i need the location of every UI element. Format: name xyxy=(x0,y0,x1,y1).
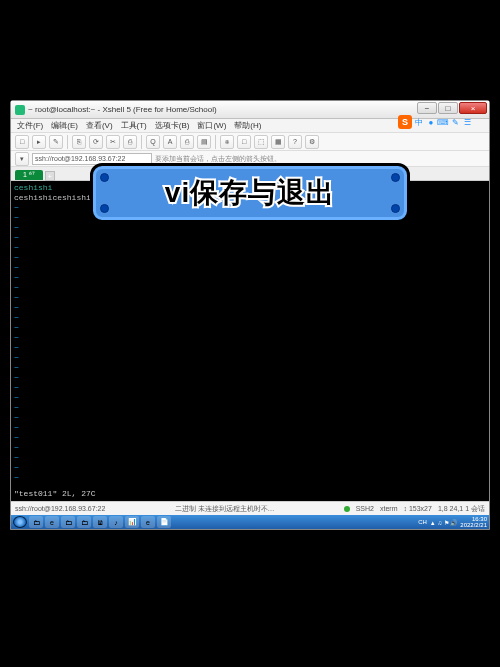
menu-tools[interactable]: 工具(T) xyxy=(121,120,147,131)
ime-punct-icon[interactable]: ● xyxy=(426,117,436,127)
title-overlay-banner: vi保存与退出 xyxy=(90,163,410,223)
taskbar-app-icon[interactable]: 🗀 xyxy=(77,516,91,528)
menu-edit[interactable]: 编辑(E) xyxy=(51,120,78,131)
vi-empty-line: ~ xyxy=(14,233,486,243)
status-size: ↕ 153x27 xyxy=(403,505,431,512)
menu-view[interactable]: 查看(V) xyxy=(86,120,113,131)
vi-empty-line: ~ xyxy=(14,263,486,273)
status-hint: 二进制 未连接到远程主机时不… xyxy=(175,504,275,514)
vi-empty-line: ~ xyxy=(14,473,486,483)
screw-icon xyxy=(391,204,400,213)
close-button[interactable]: × xyxy=(459,102,487,114)
status-protocol: SSH2 xyxy=(356,505,374,512)
toolbar-button[interactable]: ⟳ xyxy=(89,135,103,149)
vi-empty-line: ~ xyxy=(14,373,486,383)
vi-empty-line: ~ xyxy=(14,353,486,363)
screw-icon xyxy=(100,204,109,213)
vi-empty-line: ~ xyxy=(14,273,486,283)
vi-empty-line: ~ xyxy=(14,393,486,403)
toolbar-button[interactable]: ? xyxy=(288,135,302,149)
ime-lang-icon[interactable]: 中 xyxy=(414,117,424,127)
toolbar-button[interactable]: A xyxy=(163,135,177,149)
toolbar-button[interactable]: ⎘ xyxy=(72,135,86,149)
address-hint: 要添加当前会话，点击左侧的箭头按钮。 xyxy=(155,154,281,164)
vi-empty-line: ~ xyxy=(14,363,486,373)
status-dot-icon xyxy=(344,506,350,512)
toolbar-button[interactable]: Q xyxy=(146,135,160,149)
windows-taskbar[interactable]: 🗀e🗀🗀🗎♪📊e📄 CH ▲ ♫ ⚑ 🔊 16:30 2022/2/21 xyxy=(11,515,489,529)
toolbar-button[interactable]: ⎙ xyxy=(123,135,137,149)
start-button[interactable] xyxy=(13,516,27,528)
app-icon xyxy=(15,105,25,115)
vi-empty-line: ~ xyxy=(14,223,486,233)
ime-keyboard-icon[interactable]: ⌨ xyxy=(438,117,448,127)
menu-help[interactable]: 帮助(H) xyxy=(234,120,261,131)
vi-empty-line: ~ xyxy=(14,323,486,333)
toolbar-button[interactable]: ▸ xyxy=(32,135,46,149)
toolbar-button[interactable]: ▦ xyxy=(271,135,285,149)
toolbar-button[interactable]: □ xyxy=(15,135,29,149)
tray-lang[interactable]: CH xyxy=(418,519,427,525)
menu-window[interactable]: 窗口(W) xyxy=(197,120,226,131)
vi-empty-line: ~ xyxy=(14,293,486,303)
taskbar-app-icon[interactable]: ♪ xyxy=(109,516,123,528)
toolbar-button[interactable]: ✎ xyxy=(49,135,63,149)
overlay-text: vi保存与退出 xyxy=(165,174,335,212)
window-title: ~ root@localhost:~ - Xshell 5 (Free for … xyxy=(28,105,217,114)
toolbar-button[interactable]: ⎙ xyxy=(180,135,194,149)
vi-empty-line: ~ xyxy=(14,423,486,433)
screw-icon xyxy=(391,173,400,182)
taskbar-app-icon[interactable]: 🗀 xyxy=(29,516,43,528)
toolbar-button[interactable]: □ xyxy=(237,135,251,149)
system-tray[interactable]: CH ▲ ♫ ⚑ 🔊 16:30 2022/2/21 xyxy=(418,516,487,528)
toolbar-button[interactable]: ✂ xyxy=(106,135,120,149)
taskbar-app-icon[interactable]: 🗎 xyxy=(93,516,107,528)
minimize-button[interactable]: − xyxy=(417,102,437,114)
toolbar-button[interactable]: ⎈ xyxy=(220,135,234,149)
status-connection: ssh://root@192.168.93.67:22 xyxy=(15,505,105,512)
toolbar-button[interactable]: ▤ xyxy=(197,135,211,149)
ime-pen-icon[interactable]: ✎ xyxy=(450,117,460,127)
screw-icon xyxy=(100,173,109,182)
tray-date: 2022/2/21 xyxy=(460,522,487,528)
terminal[interactable]: ceshishi ceshishiceshishi ~~~~~~~~~~~~~~… xyxy=(11,181,489,501)
vi-empty-line: ~ xyxy=(14,443,486,453)
taskbar-app-icon[interactable]: 📊 xyxy=(125,516,139,528)
vi-empty-line: ~ xyxy=(14,333,486,343)
status-enc: 1,8 24,1 1 会话 xyxy=(438,504,485,514)
statusbar: ssh://root@192.168.93.67:22 二进制 未连接到远程主机… xyxy=(11,501,489,515)
vi-empty-line: ~ xyxy=(14,433,486,443)
vi-empty-line: ~ xyxy=(14,403,486,413)
toolbar: □▸✎⎘⟳✂⎙QA⎙▤⎈□⬚▦?⚙ xyxy=(11,133,489,151)
taskbar-app-icon[interactable]: e xyxy=(141,516,155,528)
toolbar-button[interactable]: ⚙ xyxy=(305,135,319,149)
menu-tab[interactable]: 选项卡(B) xyxy=(155,120,190,131)
new-tab-button[interactable]: + xyxy=(45,171,55,181)
maximize-button[interactable]: □ xyxy=(438,102,458,114)
vi-empty-line: ~ xyxy=(14,383,486,393)
dropdown-icon[interactable]: ▾ xyxy=(15,152,29,166)
vi-empty-line: ~ xyxy=(14,413,486,423)
vi-empty-line: ~ xyxy=(14,283,486,293)
vi-empty-line: ~ xyxy=(14,343,486,353)
vi-status-line: "test011" 2L, 27C xyxy=(14,489,96,499)
taskbar-app-icon[interactable]: 🗀 xyxy=(61,516,75,528)
vi-empty-line: ~ xyxy=(14,313,486,323)
ime-menu-icon[interactable]: ☰ xyxy=(462,117,472,127)
vi-empty-line: ~ xyxy=(14,453,486,463)
vi-empty-line: ~ xyxy=(14,243,486,253)
toolbar-button[interactable]: ⬚ xyxy=(254,135,268,149)
status-term: xterm xyxy=(380,505,398,512)
sogou-icon[interactable]: S xyxy=(398,115,412,129)
taskbar-app-icon[interactable]: e xyxy=(45,516,59,528)
menu-file[interactable]: 文件(F) xyxy=(17,120,43,131)
ime-toolbar[interactable]: S 中 ● ⌨ ✎ ☰ xyxy=(398,115,472,129)
tab-session-1[interactable]: 1 ⁶⁷ + xyxy=(15,170,43,180)
vi-empty-line: ~ xyxy=(14,303,486,313)
taskbar-app-icon[interactable]: 📄 xyxy=(157,516,171,528)
vi-empty-line: ~ xyxy=(14,463,486,473)
tab-label: 1 ⁶⁷ xyxy=(23,171,35,178)
vi-empty-line: ~ xyxy=(14,253,486,263)
